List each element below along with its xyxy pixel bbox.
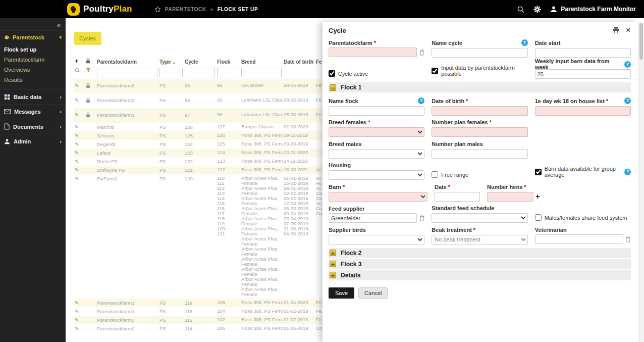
help-icon[interactable]: ? — [624, 61, 631, 68]
help-icon[interactable]: ? — [624, 169, 631, 175]
close-icon[interactable]: × — [626, 27, 631, 34]
trash-icon[interactable] — [419, 50, 424, 56]
gear-icon[interactable] — [533, 6, 541, 13]
number-plan-females-input[interactable] — [432, 127, 527, 137]
save-button[interactable]: Save — [329, 287, 354, 299]
section-flock-2[interactable]: + Flock 2 — [329, 248, 631, 258]
sidebar-collapse-button[interactable]: « — [0, 18, 66, 30]
help-icon[interactable]: ? — [624, 97, 631, 104]
date-start-input[interactable] — [535, 48, 631, 58]
name-flock-input[interactable] — [329, 106, 424, 116]
col-header-cycle[interactable]: Cycle — [184, 56, 216, 66]
search-icon[interactable] — [75, 68, 80, 73]
col-header-flock[interactable]: Flock — [216, 56, 240, 66]
sidebar-item-messages[interactable]: Messages › — [0, 104, 66, 119]
section-flock-1[interactable]: − Flock 1 — [329, 82, 631, 92]
breadcrumb-parent[interactable]: PARENTSTOCK — [165, 7, 206, 12]
table-row[interactable]: ✎ScheursPS125126Ross 308, PS Female19-11… — [74, 131, 325, 140]
edit-icon[interactable]: ✎ — [75, 309, 79, 314]
search-icon[interactable] — [517, 6, 524, 13]
table-row[interactable]: ✎LafautPS123124Ross 308, PS Female03-01-… — [74, 149, 325, 157]
table-row[interactable]: ✎Parentstockfarm3PS9992ISA Brown28-05-20… — [74, 79, 325, 93]
scrollbar-thumb[interactable] — [639, 23, 643, 60]
add-barn-row-button[interactable]: + — [535, 192, 540, 201]
expand-section-icon[interactable]: + — [330, 261, 336, 267]
table-row[interactable]: ✎Bothuyne PSPS121122Ross 308, PS Female1… — [74, 166, 325, 174]
table-row[interactable]: ✎DegendtPS124125Ross 308, PS Female09-09… — [74, 140, 325, 149]
edit-icon[interactable]: ✎ — [75, 326, 79, 331]
filter-cycle-input[interactable] — [185, 68, 215, 77]
add-cycle-button[interactable]: + — [75, 57, 79, 65]
print-icon[interactable] — [613, 27, 619, 33]
edit-icon[interactable]: ✎ — [75, 150, 79, 156]
edit-icon[interactable]: ✎ — [75, 124, 79, 130]
edit-icon[interactable]: ✎ — [75, 317, 79, 323]
table-row[interactable]: ✎Parentstockfarm3PS115102Ross 308, PS Fe… — [74, 316, 325, 324]
sidebar-item-admin[interactable]: Admin › — [0, 134, 66, 149]
section-details[interactable]: + Details — [329, 270, 631, 280]
sidebar-item-flock-set-up[interactable]: Flock set up — [0, 44, 66, 55]
section-flock-3[interactable]: + Flock 3 — [329, 259, 631, 269]
col-header-date-of-birth[interactable]: Date of birth — [283, 56, 315, 66]
filter-type-input[interactable] — [159, 68, 183, 77]
user-menu[interactable]: Parentstock Farm Monitor — [550, 6, 636, 13]
date-of-birth-input[interactable] — [432, 106, 527, 116]
filter-funnel-icon[interactable] — [86, 68, 91, 73]
sidebar-item-basic-data[interactable]: Basic data › — [0, 89, 66, 104]
table-row[interactable]: ✎EwFarm1PS120110111112113114115116117118… — [74, 174, 325, 299]
star-icon[interactable] — [154, 6, 161, 13]
sidebar-item-documents[interactable]: Documents › — [0, 119, 66, 134]
share-feed-system-checkbox[interactable] — [535, 214, 542, 221]
tab-cycles[interactable]: Cycles — [74, 32, 101, 45]
free-range-checkbox[interactable] — [432, 171, 438, 178]
house-list-input[interactable] — [535, 106, 631, 116]
sidebar-item-parentstock[interactable]: Parentstock ▾ — [0, 30, 66, 44]
trash-icon[interactable] — [419, 215, 424, 221]
edit-icon[interactable]: ✎ — [75, 97, 79, 103]
cancel-button[interactable]: Cancel — [358, 287, 388, 299]
edit-icon[interactable]: ✎ — [75, 167, 79, 173]
edit-icon[interactable]: ✎ — [75, 112, 79, 118]
trash-icon[interactable] — [626, 236, 631, 242]
sidebar-item-overviews[interactable]: Overviews — [0, 65, 66, 75]
parentstockfarm-input[interactable] — [329, 47, 417, 57]
standard-feed-schedule-select[interactable] — [432, 213, 527, 223]
col-header-breed[interactable]: Breed — [240, 56, 283, 66]
table-row[interactable]: ✎Parentstockfarm1PS119108Ross 308, PS Fe… — [74, 299, 325, 307]
col-header-parentstockfarm[interactable]: Parentstockfarm — [96, 56, 158, 66]
cycle-active-checkbox[interactable] — [329, 70, 335, 77]
help-icon[interactable]: ? — [521, 39, 528, 46]
sidebar-item-parentstockfarm[interactable]: Parentstockfarm — [0, 55, 66, 65]
expand-section-icon[interactable]: + — [330, 250, 336, 256]
barn-date-input[interactable] — [435, 192, 480, 202]
breed-males-select[interactable] — [329, 149, 424, 159]
edit-icon[interactable]: ✎ — [75, 141, 79, 147]
edit-icon[interactable]: ✎ — [75, 83, 79, 88]
input-by-parentstockfarm-checkbox[interactable] — [432, 68, 438, 74]
barn-select[interactable] — [329, 192, 427, 202]
filter-flock-input[interactable] — [217, 68, 239, 77]
table-row[interactable]: ✎Parentstockfarm1PS9790Lohmann LSL Class… — [74, 108, 325, 123]
veterinarian-input[interactable] — [535, 234, 623, 244]
number-plan-males-input[interactable] — [432, 149, 527, 159]
help-icon[interactable]: ? — [418, 97, 424, 104]
table-row[interactable]: ✎Parentstockfarm2PS9891Lohmann LSL Class… — [74, 93, 325, 108]
barn-group-average-checkbox[interactable] — [535, 169, 542, 175]
expand-section-icon[interactable]: + — [330, 272, 336, 278]
edit-icon[interactable]: ✎ — [75, 159, 79, 164]
filter-parentstockfarm-input[interactable] — [97, 68, 157, 77]
weekly-barn-data-input[interactable] — [535, 69, 631, 79]
edit-icon[interactable]: ✎ — [75, 133, 79, 138]
number-hens-input[interactable] — [487, 192, 533, 202]
name-cycle-input[interactable] — [432, 48, 527, 58]
collapse-section-icon[interactable]: − — [330, 84, 336, 91]
housing-select[interactable] — [329, 170, 424, 180]
table-row[interactable]: ✎MarchalPS126127Ranger Classic02-03-2020 — [74, 123, 325, 131]
edit-icon[interactable]: ✎ — [75, 176, 79, 181]
beak-treatment-select[interactable]: No beak treatment — [432, 235, 527, 245]
feed-supplier-input[interactable] — [329, 213, 417, 223]
edit-icon[interactable]: ✎ — [75, 300, 79, 306]
app-logo[interactable]: PoultryPlan — [67, 3, 132, 16]
table-row[interactable]: ✎Parentstockfarm1PS116104Ross 308, PS Fe… — [74, 307, 325, 316]
table-row[interactable]: ✎Parentstockfarm2PS114106Ross 308, PS Fe… — [74, 324, 325, 333]
